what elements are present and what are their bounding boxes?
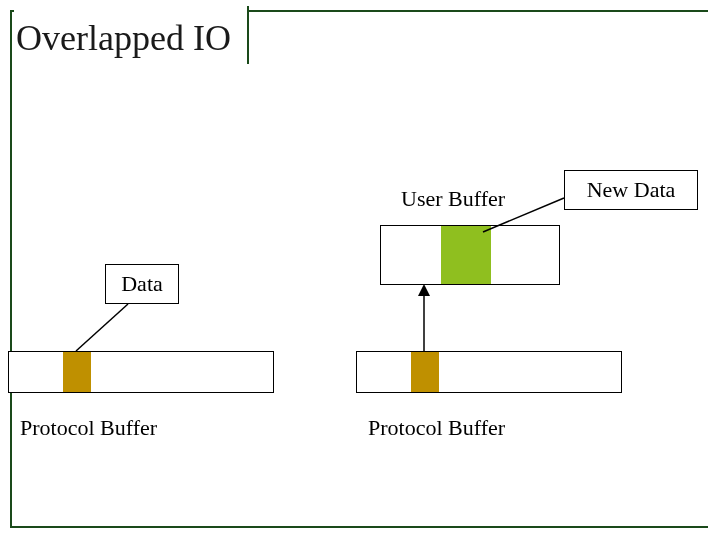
new-data-text: New Data — [587, 177, 676, 203]
data-box: Data — [105, 264, 179, 304]
title-wrap: Overlapped IO — [14, 0, 247, 70]
protocol-buffer-right-label: Protocol Buffer — [368, 415, 505, 441]
left-protocol-data-fill — [63, 352, 91, 392]
user-buffer-label: User Buffer — [401, 186, 505, 212]
left-protocol-buffer — [8, 351, 274, 393]
right-protocol-data-fill — [411, 352, 439, 392]
slide-title: Overlapped IO — [14, 20, 237, 56]
title-end-marker — [247, 6, 249, 64]
user-buffer — [380, 225, 560, 285]
data-text: Data — [121, 271, 163, 297]
new-data-box: New Data — [564, 170, 698, 210]
user-buffer-new-data-fill — [441, 226, 491, 284]
right-protocol-buffer — [356, 351, 622, 393]
protocol-buffer-left-label: Protocol Buffer — [20, 415, 157, 441]
